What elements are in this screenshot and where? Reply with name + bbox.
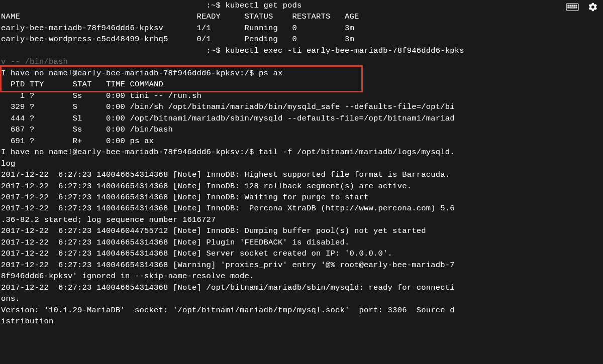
svg-rect-2 <box>570 5 571 6</box>
log-line: 2017-12-22 6:27:23 140046654314368 [Note… <box>1 203 602 214</box>
ps-prompt: I have no name!@early-bee-mariadb-78f946… <box>1 68 602 79</box>
cloud-shell-toolbar <box>566 2 598 16</box>
log-line: 2017-12-22 6:27:23 140046654314368 [Note… <box>1 169 602 180</box>
log-line: ons. <box>1 293 602 304</box>
pods-row: early-bee-wordpress-c5cd48499-krhq5 0/1 … <box>1 34 602 45</box>
log-line: 2017-12-22 6:27:23 140046654314368 [Note… <box>1 282 602 293</box>
tail-prompt2: log <box>1 158 602 169</box>
tail-prompt: I have no name!@early-bee-mariadb-78f946… <box>1 147 602 158</box>
line-prompt1: :~$ kubectl get pods <box>1 0 602 11</box>
gear-icon[interactable] <box>588 2 598 16</box>
log-line: 8f946ddd6-kpksv' ignored in --skip-name-… <box>1 271 602 282</box>
pods-row: early-bee-mariadb-78f946ddd6-kpksv 1/1 R… <box>1 23 602 34</box>
ps-row: 691 ? R+ 0:00 ps ax <box>1 136 602 147</box>
ps-row: 444 ? Sl 0:00 /opt/bitnami/mariadb/sbin/… <box>1 113 602 124</box>
log-line: 2017-12-22 6:27:23 140046654314368 [Note… <box>1 192 602 203</box>
svg-rect-5 <box>576 5 577 6</box>
ps-row: 329 ? S 0:00 /bin/sh /opt/bitnami/mariad… <box>1 101 602 112</box>
pods-header: NAME READY STATUS RESTARTS AGE <box>1 11 602 22</box>
log-line: Version: '10.1.29-MariaDB' socket: '/opt… <box>1 305 602 316</box>
ps-row: 1 ? Ss 0:00 tini -- /run.sh <box>1 90 602 101</box>
log-line: 2017-12-22 6:27:23 140046654314368 [Note… <box>1 248 602 259</box>
svg-rect-3 <box>572 5 573 6</box>
log-line: 2017-12-22 6:27:23 140046654314368 [Warn… <box>1 260 602 271</box>
keyboard-icon[interactable] <box>566 3 579 15</box>
terminal-output[interactable]: :~$ kubectl get pods NAME READY STATUS R… <box>0 0 603 327</box>
svg-rect-6 <box>568 7 569 8</box>
svg-rect-8 <box>576 7 577 8</box>
svg-rect-4 <box>574 5 575 6</box>
ps-row: 687 ? Ss 0:00 /bin/bash <box>1 124 602 135</box>
line-prompt2: :~$ kubectl exec -ti early-bee-mariadb-7… <box>1 45 602 56</box>
log-line: istribution <box>1 316 602 327</box>
log-line: .36-82.2 started; log sequence number 16… <box>1 214 602 225</box>
log-line: 2017-12-22 6:27:23 140046044755712 [Note… <box>1 225 602 236</box>
log-line: 2017-12-22 6:27:23 140046654314368 [Note… <box>1 237 602 248</box>
terminal-window: :~$ kubectl get pods NAME READY STATUS R… <box>0 0 603 364</box>
svg-rect-1 <box>568 5 569 6</box>
log-line: 2017-12-22 6:27:23 140046654314368 [Note… <box>1 181 602 192</box>
svg-rect-7 <box>570 7 575 8</box>
bash-frag: v -- /bin/bash <box>1 56 602 67</box>
ps-header: PID TTY STAT TIME COMMAND <box>1 79 602 90</box>
